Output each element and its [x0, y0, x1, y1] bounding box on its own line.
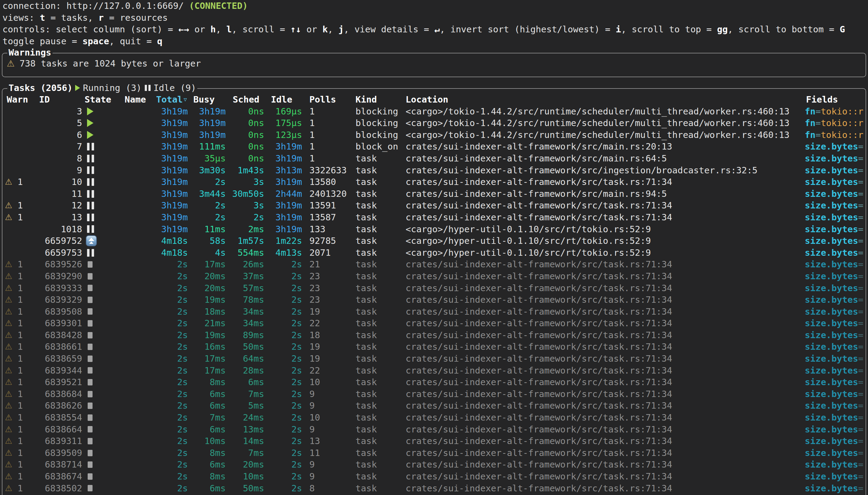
- warning-triangle-icon: ⚠: [5, 376, 12, 388]
- task-row[interactable]: ⚠168386262s6ms5ms2s9taskcrates/sui-index…: [2, 400, 866, 412]
- task-row[interactable]: ⚠168385542s7ms24ms2s10taskcrates/sui-ind…: [2, 412, 866, 424]
- task-row[interactable]: 33h19m3h19m0ns169µs1blocking<cargo>/toki…: [2, 106, 866, 118]
- cell-location: crates/sui-indexer-alt-framework/src/tas…: [403, 471, 803, 482]
- task-row[interactable]: 53h19m3h19m0ns175µs1blocking<cargo>/toki…: [2, 117, 866, 129]
- cell-id: 9: [31, 165, 84, 176]
- task-row[interactable]: 66597524m18s58s1m57s1m22s92785task<cargo…: [2, 235, 866, 247]
- cell-idle: 2s: [265, 365, 303, 377]
- task-row[interactable]: ⚠168393012s21ms34ms2s22taskcrates/sui-in…: [2, 318, 866, 329]
- cell-fields: size.bytes=: [803, 165, 866, 176]
- cell-idle: 3h19m: [265, 176, 303, 188]
- cell-total: 2s: [154, 258, 188, 270]
- task-row[interactable]: ⚠168395212s8ms6ms2s10taskcrates/sui-inde…: [2, 376, 866, 388]
- task-row[interactable]: ⚠1133h19m2s2s3h19m13587taskcrates/sui-in…: [2, 211, 866, 223]
- warning-triangle-icon: ⚠: [7, 58, 15, 70]
- warning-triangle-icon: ⚠: [5, 482, 12, 494]
- task-row[interactable]: 73h19m111ms0ns3h19m1block_oncrates/sui-i…: [2, 141, 866, 153]
- task-row[interactable]: 113h19m3m44s30m50s2h44m2401320taskcrates…: [2, 188, 866, 200]
- task-row[interactable]: 63h19m3h19m0ns123µs1blocking<cargo>/toki…: [2, 129, 866, 141]
- completed-stop-icon: [88, 485, 93, 491]
- cell-location: crates/sui-indexer-alt-framework/src/tas…: [403, 459, 803, 471]
- column-header-busy[interactable]: Busy: [188, 94, 226, 106]
- task-row[interactable]: ⚠168395092s8ms7ms2s11taskcrates/sui-inde…: [2, 447, 866, 459]
- field-key: size.bytes: [805, 306, 858, 317]
- idle-duration: 2s: [291, 283, 302, 293]
- task-row[interactable]: ⚠168387142s6ms20ms2s9taskcrates/sui-inde…: [2, 459, 866, 471]
- total-duration: 4m18s: [161, 236, 188, 246]
- task-row[interactable]: ⚠168386742s8ms10ms2s9taskcrates/sui-inde…: [2, 471, 866, 482]
- cell-sched: 24ms: [226, 412, 265, 424]
- cell-warn: ⚠1: [2, 341, 31, 353]
- column-header-warn[interactable]: Warn: [2, 94, 31, 106]
- task-row[interactable]: ⚠168384282s19ms89ms2s18taskcrates/sui-in…: [2, 329, 866, 341]
- column-header-total[interactable]: Total▿: [154, 94, 188, 106]
- cell-polls: 13591: [303, 200, 352, 211]
- column-header-fields[interactable]: Fields: [803, 94, 866, 106]
- column-header-kind[interactable]: Kind: [352, 94, 403, 106]
- column-header-idle[interactable]: Idle: [265, 94, 303, 106]
- task-row[interactable]: ⚠168393332s20ms57ms2s23taskcrates/sui-in…: [2, 282, 866, 294]
- warning-count: 1: [17, 459, 22, 471]
- warning-count: 1: [17, 400, 22, 412]
- task-row[interactable]: 66597534m18s4s554ms4m13s2071task<cargo>/…: [2, 247, 866, 259]
- task-row[interactable]: ⚠168386842s6ms7ms2s9taskcrates/sui-index…: [2, 388, 866, 400]
- warning-count: 1: [17, 412, 22, 424]
- task-row[interactable]: ⚠168393112s10ms14ms2s13taskcrates/sui-in…: [2, 435, 866, 447]
- task-row[interactable]: ⚠1103h19m2s3s3h19m13580taskcrates/sui-in…: [2, 176, 866, 188]
- column-header-location[interactable]: Location: [403, 94, 803, 106]
- field-key: size.bytes: [805, 283, 858, 293]
- warning-triangle-icon: ⚠: [5, 329, 12, 341]
- task-row[interactable]: ⚠168395262s17ms26ms2s21taskcrates/sui-in…: [2, 258, 866, 270]
- task-row[interactable]: ⚠168393442s17ms28ms2s22taskcrates/sui-in…: [2, 365, 866, 377]
- completed-stop-icon: [88, 320, 93, 326]
- cell-state: [84, 344, 122, 350]
- busy-duration: 19ms: [204, 330, 226, 340]
- warning-triangle-icon: ⚠: [5, 282, 12, 294]
- task-row[interactable]: ⚠168385022s6ms50ms2s8taskcrates/sui-inde…: [2, 482, 866, 494]
- task-row[interactable]: ⚠1123h19m2s3s3h19m13591taskcrates/sui-in…: [2, 200, 866, 211]
- field-equals: =: [858, 236, 864, 246]
- task-row[interactable]: ⚠168393292s19ms78ms2s23taskcrates/sui-in…: [2, 294, 866, 306]
- idle-duration: 2s: [291, 400, 302, 411]
- cell-busy: 3h19m: [188, 117, 226, 129]
- column-header-name[interactable]: Name: [122, 94, 154, 106]
- task-row[interactable]: ⚠168386642s6ms13ms2s9taskcrates/sui-inde…: [2, 424, 866, 436]
- warning-triangle-icon: ⚠: [5, 365, 12, 377]
- column-header-sched[interactable]: Sched: [226, 94, 265, 106]
- cell-location: crates/sui-indexer-alt-framework/src/tas…: [403, 365, 803, 377]
- field-key: size.bytes: [805, 189, 858, 199]
- cell-busy: 2s: [188, 176, 226, 188]
- cell-state: [84, 379, 122, 386]
- cell-sched: 89ms: [226, 329, 265, 341]
- cell-state: [84, 414, 122, 421]
- warnings-panel: Warnings ⚠ 738 tasks are 1024 bytes or l…: [2, 53, 866, 77]
- cell-location: crates/sui-indexer-alt-framework/src/tas…: [403, 258, 803, 270]
- task-row[interactable]: ⚠168386592s17ms64ms2s19taskcrates/sui-in…: [2, 353, 866, 365]
- cell-busy: 6ms: [188, 388, 226, 400]
- field-equals: =: [858, 436, 864, 446]
- sched-duration: 7ms: [248, 448, 264, 458]
- cell-kind: task: [352, 447, 403, 459]
- field-equals: =: [816, 118, 821, 128]
- cell-fields: size.bytes=: [803, 306, 866, 318]
- idle-pause-icon: [87, 190, 94, 198]
- completed-stop-icon: [88, 273, 93, 279]
- field-value: tokio::r: [821, 106, 864, 117]
- task-row[interactable]: ⚠168386612s16ms50ms2s19taskcrates/sui-in…: [2, 341, 866, 353]
- task-row[interactable]: 10183h19m11ms2ms3h19m133task<cargo>/hype…: [2, 223, 866, 235]
- task-row[interactable]: ⚠168395082s18ms34ms2s19taskcrates/sui-in…: [2, 306, 866, 318]
- cell-state: [84, 461, 122, 468]
- column-header-polls[interactable]: Polls: [303, 94, 352, 106]
- column-header-state[interactable]: State: [84, 94, 122, 106]
- column-header-label: Total: [156, 94, 183, 105]
- cell-busy: 11ms: [188, 223, 226, 235]
- text-segment: k: [322, 24, 328, 34]
- task-row[interactable]: 93h19m3m30s1m43s3h13m3322633taskcrates/s…: [2, 165, 866, 176]
- task-row[interactable]: 83h19m35µs0ns3h19m1taskcrates/sui-indexe…: [2, 153, 866, 165]
- column-header-id[interactable]: ID: [31, 94, 84, 106]
- busy-duration: 8ms: [210, 448, 226, 458]
- task-row[interactable]: ⚠168392902s20ms37ms2s23taskcrates/sui-in…: [2, 270, 866, 282]
- cell-total: 2s: [154, 365, 188, 377]
- idle-pause-icon: [87, 143, 94, 151]
- controls-line: controls: select column (sort) = ←→ or h…: [2, 23, 868, 35]
